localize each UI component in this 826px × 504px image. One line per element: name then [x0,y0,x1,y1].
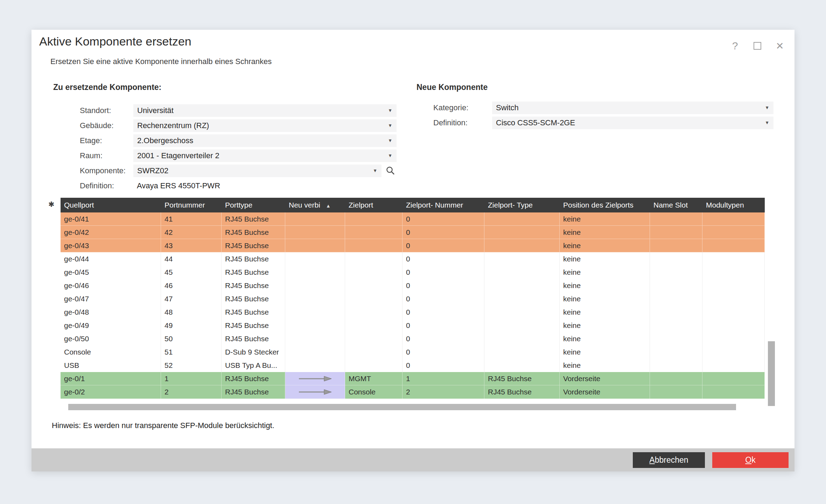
cell-zielport [345,212,402,226]
column-header-zielport_nummer[interactable]: Zielport- Nummer [402,198,484,212]
cell-zielport [345,345,402,359]
new-definition-dropdown[interactable]: Cisco CSS5-SCM-2GE ▼ [492,117,774,129]
table-row[interactable]: ge-0/4242RJ45 Buchse0keine [61,226,765,239]
column-header-quellport[interactable]: Quellport [61,198,161,212]
cell-position: keine [560,345,650,359]
cell-porttype: RJ45 Buchse [222,212,285,226]
cell-quellport: ge-0/43 [61,239,161,252]
gebaeude-dropdown[interactable]: Rechenzentrum (RZ) ▼ [133,119,397,132]
column-header-porttype[interactable]: Porttype [222,198,285,212]
cell-zielport_nummer: 1 [402,372,484,385]
cell-neu_verbi [285,266,345,279]
etage-dropdown[interactable]: 2.Obergeschoss ▼ [133,134,397,147]
cell-position: keine [560,212,650,226]
cell-neu_verbi [285,306,345,319]
chevron-down-icon: ▼ [765,102,769,114]
standort-value: Universität [137,106,174,115]
vertical-scrollbar-thumb[interactable] [768,341,775,406]
cell-portnummer: 2 [161,385,222,399]
cell-porttype: RJ45 Buchse [222,385,285,399]
column-header-zielport[interactable]: Zielport [345,198,402,212]
cell-portnummer: 42 [161,226,222,239]
cell-zielport_nummer: 0 [402,212,484,226]
table-row[interactable]: ge-0/4444RJ45 Buchse0keine [61,252,765,266]
kategorie-label: Kategorie: [433,102,468,114]
cell-modultypen [702,359,765,372]
cell-zielport_nummer: 0 [402,359,484,372]
cell-quellport: ge-0/1 [61,372,161,385]
cell-porttype: RJ45 Buchse [222,372,285,385]
column-header-modultypen[interactable]: Modultypen [702,198,765,212]
column-header-portnummer[interactable]: Portnummer [161,198,222,212]
gebaeude-label: Gebäude: [80,119,114,132]
column-settings-icon[interactable]: ✱ [48,200,55,209]
cell-name_slot [650,239,702,252]
cell-quellport: ge-0/49 [61,319,161,332]
cell-modultypen [702,266,765,279]
search-icon[interactable] [386,166,396,176]
cell-name_slot [650,292,702,306]
cell-name_slot [650,279,702,292]
ok-button[interactable]: Ok [712,452,789,468]
table-row[interactable]: ge-0/4848RJ45 Buchse0keine [61,306,765,319]
cell-porttype: USB Typ A Bu... [222,359,285,372]
cancel-button[interactable]: Abbrechen [633,452,705,468]
cell-quellport: ge-0/50 [61,332,161,345]
cell-portnummer: 48 [161,306,222,319]
cell-zielport [345,306,402,319]
table-row[interactable]: Console51D-Sub 9 Stecker0keine [61,345,765,359]
cell-position: keine [560,226,650,239]
replace-section-heading: Zu ersetzende Komponente: [53,83,161,92]
cell-quellport: ge-0/2 [61,385,161,399]
column-header-neu_verbi[interactable]: Neu verbi▲ [285,198,345,212]
cancel-button-label: Abbrechen [633,452,705,468]
cell-modultypen [702,332,765,345]
cell-quellport: ge-0/46 [61,279,161,292]
cell-zielport [345,319,402,332]
standort-dropdown[interactable]: Universität ▼ [133,104,397,117]
raum-dropdown[interactable]: 2001 - Etagenverteiler 2 ▼ [133,149,397,162]
window-controls: ? ✕ [728,39,787,53]
table-row[interactable]: USB52USB Typ A Bu...0keine [61,359,765,372]
cell-porttype: RJ45 Buchse [222,266,285,279]
column-header-position[interactable]: Position des Zielports [560,198,650,212]
cell-zielport: MGMT [345,372,402,385]
new-section-heading: Neue Komponente [416,83,488,92]
kategorie-dropdown[interactable]: Switch ▼ [492,102,774,114]
cell-porttype: RJ45 Buchse [222,306,285,319]
help-icon[interactable]: ? [728,39,742,53]
cell-zielport_type [484,239,560,252]
cell-zielport_nummer: 0 [402,332,484,345]
cell-zielport [345,359,402,372]
cell-quellport: ge-0/48 [61,306,161,319]
table-row[interactable]: ge-0/22RJ45 BuchseConsole2RJ45 BuchseVor… [61,385,765,399]
cell-zielport_nummer: 0 [402,319,484,332]
table-row[interactable]: ge-0/4545RJ45 Buchse0keine [61,266,765,279]
close-icon[interactable]: ✕ [773,39,787,53]
table-row[interactable]: ge-0/4646RJ45 Buchse0keine [61,279,765,292]
maximize-box-glyph [754,42,761,50]
maximize-icon[interactable] [750,39,764,53]
cell-portnummer: 52 [161,359,222,372]
table-row[interactable]: ge-0/4343RJ45 Buchse0keine [61,239,765,252]
table-row[interactable]: ge-0/5050RJ45 Buchse0keine [61,332,765,345]
cell-modultypen [702,239,765,252]
cell-quellport: USB [61,359,161,372]
table-row[interactable]: ge-0/4747RJ45 Buchse0keine [61,292,765,306]
sort-ascending-icon: ▲ [326,203,331,209]
gebaeude-value: Rechenzentrum (RZ) [137,121,209,130]
column-header-zielport_type[interactable]: Zielport- Type [484,198,560,212]
cell-modultypen [702,372,765,385]
cell-zielport_type: RJ45 Buchse [484,372,560,385]
etage-label: Etage: [80,134,102,147]
column-header-name_slot[interactable]: Name Slot [650,198,702,212]
cell-zielport_type [484,226,560,239]
cell-name_slot [650,345,702,359]
table-row[interactable]: ge-0/4949RJ45 Buchse0keine [61,319,765,332]
horizontal-scrollbar-thumb[interactable] [68,404,736,410]
komponente-dropdown[interactable]: SWRZ02 ▼ [133,164,382,177]
table-row[interactable]: ge-0/11RJ45 BuchseMGMT1RJ45 BuchseVorder… [61,372,765,385]
cell-zielport_type [484,292,560,306]
cell-porttype: RJ45 Buchse [222,332,285,345]
table-row[interactable]: ge-0/4141RJ45 Buchse0keine [61,212,765,226]
